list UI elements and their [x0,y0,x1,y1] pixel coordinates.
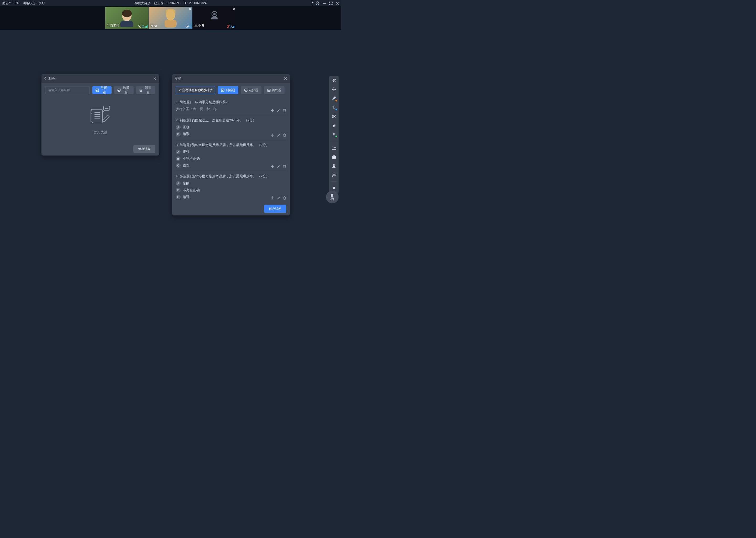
panel-title: 测验 [175,76,284,81]
option-label: 错误 [183,163,190,168]
camera-icon [138,25,141,28]
laser-tool-icon[interactable] [331,131,337,136]
svg-point-30 [332,117,333,118]
video-name: 王小明 [195,24,204,28]
folder-tool-icon[interactable] [331,145,337,150]
video-tile-student-1[interactable]: ✕ Nina [149,7,192,29]
question-item: 2 [判断题] 我国宪法上一次更新是在2020年。 （2分）A正确B错误 [176,115,286,140]
mic-icon [230,25,231,28]
close-button[interactable] [336,2,339,5]
svg-rect-32 [332,156,336,159]
save-quiz-button[interactable]: 保存试卷 [133,145,155,153]
delete-icon[interactable] [283,196,286,200]
move-icon[interactable] [271,134,274,138]
option-label: 正确 [183,125,190,130]
option-badge: A [176,181,181,186]
svg-rect-8 [165,20,177,27]
add-judge-button[interactable]: 判断题 [218,86,238,94]
session-id: ID：2020070324 [183,1,207,6]
pointer-tool-icon[interactable] [331,78,337,83]
quiz-name-input[interactable] [176,86,215,94]
add-choice-button[interactable]: 选择题 [114,86,133,94]
panel-close-icon[interactable]: ✕ [153,76,157,81]
text-tool-icon[interactable]: T [331,105,337,110]
edit-icon[interactable] [277,196,280,200]
minimize-button[interactable] [323,2,326,5]
save-quiz-button[interactable]: 保存试卷 [264,205,286,213]
add-choice-button[interactable]: 选择题 [241,86,261,94]
quiz-name-input[interactable] [45,86,90,94]
mic-icon [190,25,191,28]
question-item: 4 [多选题] 施华洛世奇是反华品牌，所以梁鼎琪反华。 （2分）A是的B不完全正… [176,171,286,202]
tile-close-icon[interactable]: ✕ [189,7,191,11]
empty-illustration-icon [88,105,113,130]
svg-rect-13 [140,89,142,91]
question-option[interactable]: B不完全正确 [176,188,286,192]
svg-point-29 [332,115,333,116]
tile-close-icon[interactable]: ✕ [233,7,235,11]
question-title: 4 [多选题] 施华洛世奇是反华品牌，所以梁鼎琪反华。 （2分） [176,174,286,179]
delete-icon[interactable] [283,165,286,169]
delete-icon[interactable] [283,109,286,113]
svg-point-34 [333,164,335,166]
record-icon[interactable] [312,1,312,5]
question-option[interactable]: C错译 [176,195,286,199]
svg-point-38 [335,174,335,175]
video-name: Nina [151,24,157,28]
move-icon[interactable] [271,109,274,113]
network-status: 网络状态：良好 [23,1,45,6]
question-option[interactable]: C错误 [176,163,286,168]
svg-point-31 [333,133,335,135]
edit-icon[interactable] [277,165,280,169]
packet-loss: 丢包率：0% [2,1,19,6]
move-icon[interactable] [271,196,274,200]
question-option[interactable]: A是的 [176,181,286,186]
question-item: 1 [简答题] 一年四季分别是哪四季?参考答案：春、夏、秋、冬 [176,97,286,115]
delete-icon[interactable] [283,134,286,138]
question-option[interactable]: A正确 [176,125,286,130]
move-tool-icon[interactable] [331,87,337,92]
settings-icon[interactable] [315,1,319,5]
hand-count: 0/2 [330,198,334,201]
panel-close-icon[interactable]: ✕ [284,76,287,81]
question-option[interactable]: B不完全正确 [176,156,286,161]
toolbar-separator [331,141,337,141]
question-title: 2 [判断题] 我国宪法上一次更新是在2020年。 （2分） [176,118,286,123]
top-bar: 丢包率：0% 网络状态：良好 神秘大自然 已上课：02:34:09 ID：202… [0,0,341,6]
volume-bars-icon [145,25,148,28]
eraser-tool-icon[interactable] [331,123,337,128]
back-icon[interactable] [44,77,47,81]
question-option[interactable]: B错误 [176,132,286,136]
video-tile-teacher[interactable]: 叮当老师 [105,7,149,29]
edit-icon[interactable] [277,109,280,113]
option-badge: B [176,132,181,136]
maximize-button[interactable] [329,2,333,5]
user-tool-icon[interactable] [331,163,337,168]
svg-point-22 [106,108,107,108]
volume-bars-icon [232,25,235,28]
scissors-tool-icon[interactable] [331,114,337,119]
chat-tool-icon[interactable] [331,172,337,177]
question-title: 3 [单选题] 施华洛世奇是反华品牌，所以梁鼎琪反华。 （2分） [176,143,286,148]
raise-hand-button[interactable]: 0/2 [326,191,339,203]
svg-rect-33 [333,155,335,156]
question-option[interactable]: A正确 [176,149,286,154]
bell-tool-icon[interactable] [331,186,337,191]
add-judge-button[interactable]: 判断题 [92,86,112,94]
camera-off-icon [209,10,220,21]
svg-point-0 [317,3,318,4]
panel-title: 测验 [48,76,153,81]
add-short-button[interactable]: 简答题 [264,86,285,94]
edit-icon[interactable] [277,134,280,138]
option-label: 不完全正确 [183,157,200,161]
svg-point-25 [244,89,247,92]
option-badge: A [176,125,181,130]
add-short-button[interactable]: 简答题 [136,86,155,94]
move-icon[interactable] [271,165,274,169]
option-badge: A [176,149,181,154]
right-toolbar: T [329,76,339,193]
option-badge: B [176,188,181,192]
video-tile-student-2[interactable]: ✕ 王小明 [193,7,236,29]
pen-tool-icon[interactable] [331,96,337,101]
toolbox-tool-icon[interactable] [331,154,337,159]
